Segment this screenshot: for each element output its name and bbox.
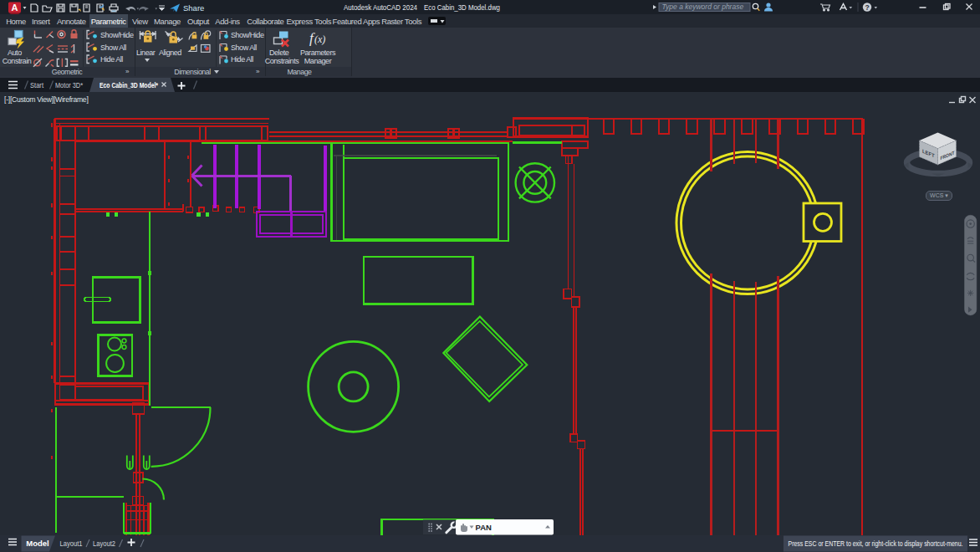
svg-text:Motor 3D*: Motor 3D*	[55, 80, 83, 89]
svg-text:Type a keyword or phrase: Type a keyword or phrase	[662, 3, 744, 11]
svg-text:?: ?	[865, 3, 869, 12]
svg-text:Layout1: Layout1	[60, 539, 83, 548]
svg-text:(x): (x)	[314, 33, 325, 45]
svg-text:A: A	[12, 3, 18, 13]
svg-text:Model: Model	[26, 539, 48, 548]
svg-text:Eco Cabin_3D Model*: Eco Cabin_3D Model*	[100, 80, 158, 89]
svg-text:Share: Share	[183, 3, 204, 13]
svg-text:Start: Start	[30, 80, 43, 89]
svg-text:Layout2: Layout2	[93, 539, 115, 548]
svg-text:Press ESC or ENTER to exit, or: Press ESC or ENTER to exit, or right-cli…	[789, 539, 963, 548]
svg-text:Autodesk AutoCAD 2024: Autodesk AutoCAD 2024	[344, 3, 417, 12]
svg-text:PAN: PAN	[476, 523, 492, 532]
svg-text:Eco Cabin_3D Model.dwg: Eco Cabin_3D Model.dwg	[424, 3, 500, 12]
